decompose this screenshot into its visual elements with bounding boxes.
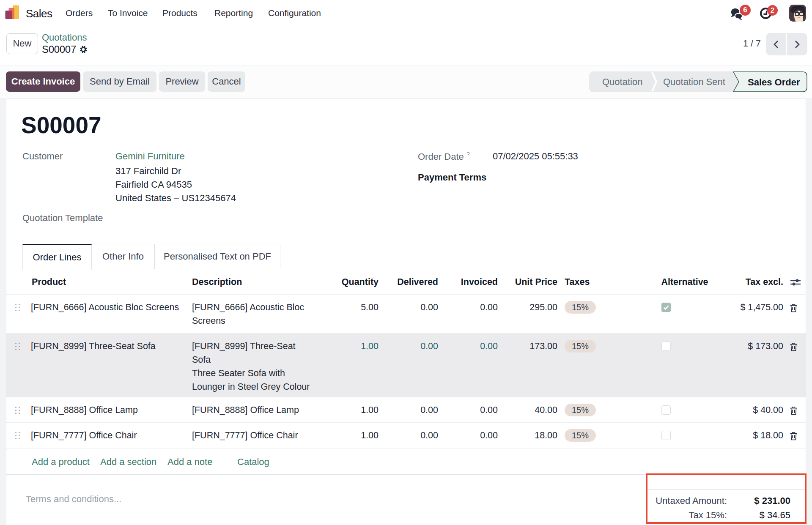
svg-text:Sales Order: Sales Order — [748, 77, 800, 88]
